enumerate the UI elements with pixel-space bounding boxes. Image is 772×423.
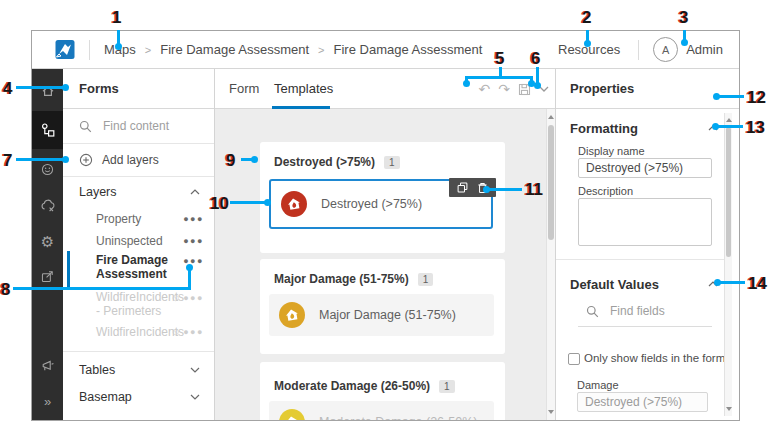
display-name-input[interactable] (578, 158, 712, 178)
templates-scrollbar[interactable] (546, 109, 555, 420)
description-textarea[interactable] (578, 198, 712, 246)
callout-11: 11 (525, 180, 543, 200)
checkbox-label: Only show fields in the form (584, 352, 725, 364)
properties-scrollbar[interactable] (724, 113, 732, 416)
layer-label: Fire Damage Assessment (96, 253, 183, 281)
scroll-down-arrow[interactable] (548, 410, 554, 414)
callout-7: 7 (3, 151, 12, 171)
count-badge: 1 (418, 273, 434, 286)
not-allowed-icon (172, 292, 179, 304)
add-layers-label: Add layers (102, 153, 159, 167)
layer-label: Property (96, 212, 141, 226)
avatar[interactable]: A (653, 37, 678, 62)
selected-layer-indicator (67, 251, 70, 287)
layer-options-button[interactable]: ●●● (183, 327, 204, 337)
callout-line (230, 201, 268, 204)
scroll-up-arrow[interactable] (548, 115, 554, 119)
tables-section-label: Tables (79, 363, 115, 377)
template-item-moderate-damage[interactable]: Moderate Damage (26-50%) (269, 401, 494, 420)
chevron-up-icon (190, 189, 200, 195)
breadcrumb-separator: > (318, 44, 324, 56)
sidebar-item-offline[interactable] (32, 191, 63, 221)
tables-section-header[interactable]: Tables (63, 357, 214, 383)
forms-panel: Forms Add layers (63, 69, 215, 420)
double-chevron-right-icon: » (44, 395, 51, 408)
callout-2: 2 (582, 8, 591, 28)
tab-form[interactable]: Form (229, 69, 259, 109)
header-divider (638, 40, 639, 60)
field-maps-logo-icon (54, 39, 75, 60)
default-values-section-header: Default Values (570, 277, 659, 292)
callout-dot (62, 84, 69, 91)
scroll-down-arrow[interactable] (726, 407, 732, 411)
plus-circle-icon (79, 153, 93, 167)
callout-dot (534, 82, 541, 89)
callout-line (487, 188, 522, 191)
search-icon (79, 120, 92, 133)
redo-icon[interactable]: ↷ (498, 82, 510, 96)
breadcrumb-map-name[interactable]: Fire Damage Assessment (160, 42, 309, 57)
find-content-search[interactable] (63, 109, 214, 144)
callout-dot (681, 39, 688, 46)
templates-panel-header: Form Templates ↶ ↷ (215, 69, 555, 109)
find-fields-input[interactable] (608, 303, 702, 319)
callout-5: 5 (495, 49, 504, 69)
avatar-initial: A (662, 44, 669, 56)
templates-panel: Form Templates ↶ ↷ (215, 69, 555, 420)
layers-section-header[interactable]: Layers (63, 179, 214, 205)
callout-dot (115, 43, 122, 50)
template-item-major-damage[interactable]: Major Damage (51-75%) (269, 294, 494, 336)
template-group-destroyed: Destroyed (>75%) 1 Destroyed (>75%) (260, 142, 505, 253)
count-badge: 1 (384, 156, 400, 169)
callout-dot (251, 156, 258, 163)
callout-6: 6 (531, 49, 540, 69)
breadcrumb-form-name: Fire Damage Assessment (334, 42, 483, 57)
sidebar-item-home[interactable] (32, 76, 63, 106)
tab-templates[interactable]: Templates (274, 69, 333, 109)
layer-options-button[interactable]: ●●● (183, 214, 204, 224)
sidebar-expand-button[interactable]: » (32, 386, 63, 416)
layer-row-wildfire-incidents[interactable]: WildfireIncidents ●●● (96, 325, 204, 339)
template-symbol (279, 302, 305, 328)
layer-label: Uninspected (96, 234, 163, 248)
callout-dot (186, 264, 193, 271)
only-show-fields-checkbox[interactable] (568, 353, 580, 365)
callout-line (717, 95, 744, 98)
duplicate-icon[interactable] (457, 182, 468, 193)
damage-field-input[interactable] (577, 392, 708, 412)
layer-options-button[interactable]: ●●● (183, 293, 204, 303)
sidebar-item-settings[interactable]: ⚙ (32, 226, 63, 256)
template-group-header: Major Damage (51-75%) 1 (260, 259, 505, 286)
callout-9: 9 (226, 151, 235, 171)
scrollbar-thumb[interactable] (548, 125, 554, 240)
scrollbar-thumb[interactable] (726, 127, 731, 257)
screenshot-canvas: Maps > Fire Damage Assessment > Fire Dam… (0, 0, 772, 423)
template-label: Moderate Damage (26-50%) (319, 415, 477, 420)
layer-options-button[interactable]: ●●● (183, 236, 204, 246)
sidebar-item-forms-selected[interactable] (32, 111, 63, 149)
undo-icon[interactable]: ↶ (479, 82, 491, 96)
template-item-destroyed[interactable]: Destroyed (>75%) (269, 179, 493, 229)
layer-row-wildfire-perimeters[interactable]: WildfireIncidents - Perimeters ●●● (96, 290, 204, 318)
burned-house-icon (283, 306, 302, 325)
find-content-input[interactable] (101, 118, 205, 134)
sidebar-item-feedback[interactable] (32, 351, 63, 381)
templates-list: Destroyed (>75%) 1 Destroyed (>75%) (215, 109, 546, 420)
callout-12: 12 (747, 88, 766, 108)
layer-label: WildfireIncidents (96, 325, 172, 339)
callout-line (718, 281, 745, 284)
description-label: Description (578, 185, 633, 197)
cloud-offline-icon (40, 198, 56, 214)
user-menu[interactable]: Admin (686, 42, 723, 57)
chevron-down-icon (190, 367, 200, 373)
chevron-down-icon (190, 394, 200, 400)
layer-row-property[interactable]: Property ●●● (96, 212, 204, 226)
scroll-up-arrow[interactable] (726, 118, 732, 122)
panel-divider (63, 351, 214, 352)
add-layers-button[interactable]: Add layers (63, 144, 214, 177)
basemap-section-header[interactable]: Basemap (63, 384, 214, 410)
template-label: Destroyed (>75%) (321, 197, 422, 211)
panel-divider (556, 259, 727, 260)
find-fields-search[interactable] (586, 303, 702, 319)
layer-row-uninspected[interactable]: Uninspected ●●● (96, 234, 204, 248)
